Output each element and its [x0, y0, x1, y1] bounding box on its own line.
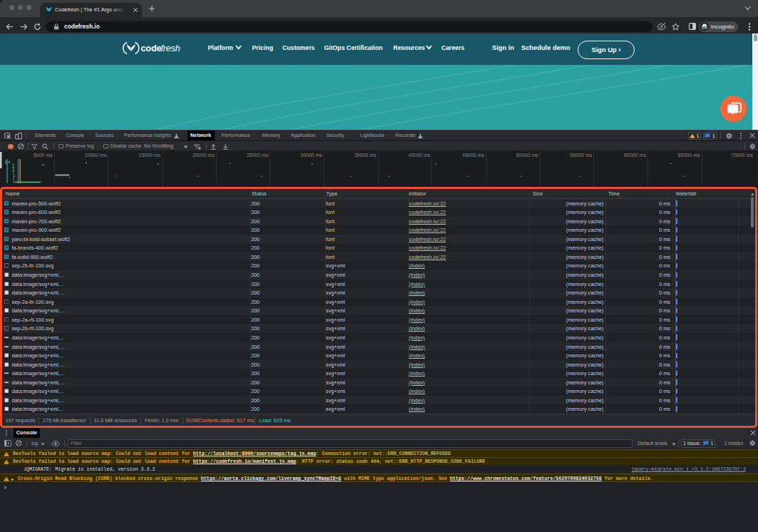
svg-text:code: code	[141, 44, 162, 53]
svg-text:fresh: fresh	[161, 44, 180, 53]
